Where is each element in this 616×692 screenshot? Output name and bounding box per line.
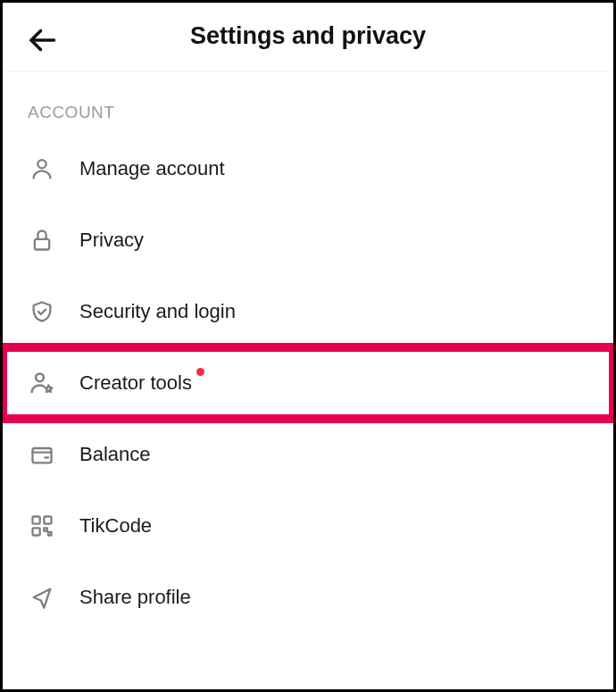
svg-rect-2 — [35, 239, 49, 250]
wallet-icon — [28, 440, 56, 469]
lock-icon — [28, 226, 56, 254]
svg-point-1 — [37, 160, 46, 168]
menu-item-security[interactable]: Security and login — [3, 276, 613, 347]
menu-item-share-profile[interactable]: Share profile — [3, 562, 613, 633]
menu-item-label: Security and login — [79, 300, 236, 323]
svg-rect-7 — [33, 528, 40, 535]
svg-rect-8 — [44, 528, 47, 531]
menu-item-privacy[interactable]: Privacy — [3, 204, 613, 276]
menu-item-label: TikCode — [79, 514, 152, 538]
menu-item-tikcode[interactable]: TikCode — [3, 490, 613, 562]
shield-check-icon — [28, 297, 56, 326]
qrcode-icon — [28, 512, 56, 540]
svg-rect-5 — [33, 517, 40, 524]
menu-item-label: Privacy — [79, 229, 144, 252]
menu-item-label: Share profile — [79, 586, 191, 609]
person-star-icon — [28, 369, 56, 397]
menu-item-creator-tools[interactable]: Creator tools — [3, 347, 613, 419]
arrow-left-icon — [26, 24, 58, 56]
menu-item-label: Manage account — [79, 157, 225, 180]
menu-item-balance[interactable]: Balance — [3, 419, 613, 490]
header: Settings and privacy — [3, 3, 613, 72]
menu-item-manage-account[interactable]: Manage account — [3, 133, 613, 204]
menu-list: Manage account Privacy Security and logi… — [3, 133, 613, 633]
menu-item-label: Creator tools — [79, 371, 192, 395]
menu-item-label: Balance — [79, 443, 151, 466]
section-label-account: ACCOUNT — [3, 72, 613, 133]
svg-rect-6 — [44, 517, 51, 524]
notification-dot — [196, 368, 204, 376]
svg-rect-4 — [33, 448, 52, 463]
page-title: Settings and privacy — [24, 22, 592, 50]
svg-rect-9 — [48, 532, 52, 536]
person-icon — [28, 154, 56, 183]
share-icon — [28, 583, 56, 612]
svg-point-3 — [36, 373, 44, 381]
back-button[interactable] — [24, 22, 60, 58]
